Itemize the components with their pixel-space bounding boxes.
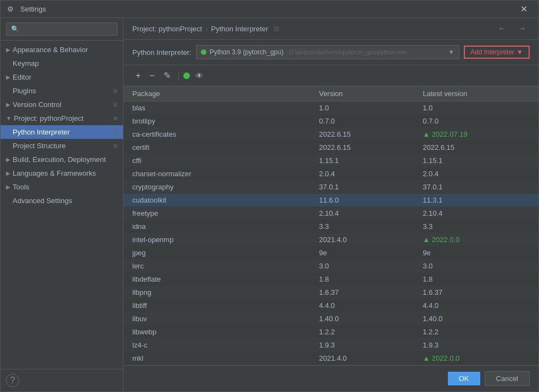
package-version: 1.6.37 — [310, 286, 414, 299]
page-icon: ⊞ — [113, 143, 117, 149]
edit-package-button[interactable]: ✎ — [160, 69, 174, 82]
table-row[interactable]: libtiff 4.4.0 4.4.0 — [123, 299, 538, 312]
sidebar-item-project-structure[interactable]: Project Structure ⊞ — [1, 139, 123, 153]
table-row[interactable]: libuv 1.40.0 1.40.0 — [123, 312, 538, 326]
filter-button[interactable]: 👁 — [192, 70, 206, 82]
interpreter-value: Python 3.9 (pytorch_gpu) D:\anaconda3\en… — [210, 48, 446, 56]
col-header-package: Package — [123, 86, 310, 102]
sidebar-item-label: Tools — [13, 183, 29, 191]
package-name: idna — [123, 220, 310, 233]
sidebar-item-label: Python Interpreter — [13, 128, 70, 136]
sidebar-item-label: Appearance & Behavior — [13, 46, 88, 54]
breadcrumb-project: Project: pythonProject — [132, 25, 202, 33]
package-version: 1.0 — [310, 102, 414, 115]
table-row[interactable]: certifi 2022.6.15 2022.6.15 — [123, 141, 538, 154]
table-row[interactable]: ca-certificates 2022.6.15 ▲ 2022.07.19 — [123, 128, 538, 141]
package-version: 2021.4.0 — [310, 233, 414, 247]
package-version: 4.4.0 — [310, 299, 414, 312]
package-name: libpng — [123, 286, 310, 299]
sidebar-item-editor[interactable]: ▶ Editor — [1, 70, 123, 84]
package-version: 11.6.0 — [310, 194, 414, 207]
sidebar-item-label: Languages & Frameworks — [13, 169, 96, 177]
green-dot-icon — [201, 49, 206, 55]
sidebar-item-advanced[interactable]: ▶ Advanced Settings — [1, 194, 123, 208]
sidebar-item-languages[interactable]: ▶ Languages & Frameworks — [1, 166, 123, 180]
page-icon: ⊞ — [113, 115, 117, 121]
cancel-button[interactable]: Cancel — [485, 371, 530, 386]
table-row[interactable]: libdeflate 1.8 1.8 — [123, 273, 538, 286]
package-name: intel-openmp — [123, 233, 310, 247]
package-latest: 1.2.2 — [414, 326, 538, 339]
right-panel: Project: pythonProject › Python Interpre… — [123, 18, 538, 391]
table-row[interactable]: libwebp 1.2.2 1.2.2 — [123, 326, 538, 339]
sidebar-item-version-control[interactable]: ▶ Version Control ⊞ — [1, 98, 123, 111]
table-row[interactable]: lz4-c 1.9.3 1.9.3 — [123, 339, 538, 352]
table-row[interactable]: cudatoolkit 11.6.0 11.3.1 — [123, 194, 538, 207]
page-icon: ⊞ — [113, 102, 117, 108]
arrow-icon: ▶ — [6, 74, 10, 80]
interpreter-label: Python Interpreter: — [132, 48, 192, 57]
package-version: 0.7.0 — [310, 115, 414, 128]
sidebar-item-python-interpreter[interactable]: Python Interpreter ⊞ — [1, 125, 123, 139]
table-row[interactable]: idna 3.3 3.3 — [123, 220, 538, 233]
table-row[interactable]: lerc 3.0 3.0 — [123, 260, 538, 273]
package-name: libdeflate — [123, 273, 310, 286]
breadcrumb-pin-icon: ⊟ — [274, 25, 279, 32]
add-interpreter-button[interactable]: Add Interpreter ▼ — [464, 46, 530, 59]
add-chevron-icon: ▼ — [516, 48, 523, 56]
forward-button[interactable]: → — [514, 23, 530, 35]
app-icon: ⚙ — [7, 5, 16, 14]
packages-toolbar: + − ✎ 👁 — [123, 65, 538, 86]
package-latest: 3.0 — [414, 260, 538, 273]
sidebar: ▶ Appearance & Behavior ▶ Keymap ▶ Edito… — [1, 18, 123, 391]
sidebar-item-project[interactable]: ▼ Project: pythonProject ⊞ — [1, 111, 123, 125]
package-version: 3.0 — [310, 260, 414, 273]
packages-list: Package Version Latest version blas 1.0 … — [123, 86, 538, 365]
package-name: jpeg — [123, 247, 310, 260]
table-row[interactable]: cryptography 37.0.1 37.0.1 — [123, 181, 538, 194]
package-latest: 1.6.37 — [414, 286, 538, 299]
add-package-button[interactable]: + — [132, 69, 144, 82]
packages-table: Package Version Latest version blas 1.0 … — [123, 86, 538, 365]
table-row[interactable]: brotlipy 0.7.0 0.7.0 — [123, 115, 538, 128]
table-row[interactable]: blas 1.0 1.0 — [123, 102, 538, 115]
close-button[interactable]: ✕ — [516, 2, 532, 16]
titlebar: ⚙ Settings ✕ — [1, 1, 538, 18]
sidebar-item-keymap[interactable]: ▶ Keymap — [1, 57, 123, 70]
package-latest: 2.0.4 — [414, 167, 538, 181]
sidebar-item-build[interactable]: ▶ Build, Execution, Deployment — [1, 153, 123, 166]
sidebar-item-appearance[interactable]: ▶ Appearance & Behavior — [1, 43, 123, 57]
window-title: Settings — [20, 5, 516, 13]
package-latest: 0.7.0 — [414, 115, 538, 128]
package-name: lz4-c — [123, 339, 310, 352]
interpreter-select[interactable]: Python 3.9 (pytorch_gpu) D:\anaconda3\en… — [196, 45, 459, 59]
ok-button[interactable]: OK — [448, 372, 480, 385]
arrow-icon: ▶ — [6, 184, 10, 190]
table-row[interactable]: charset-normalizer 2.0.4 2.0.4 — [123, 167, 538, 181]
table-row[interactable]: cffi 1.15.1 1.15.1 — [123, 154, 538, 167]
package-latest: 2022.6.15 — [414, 141, 538, 154]
table-row[interactable]: intel-openmp 2021.4.0 ▲ 2022.0.0 — [123, 233, 538, 247]
package-latest: 1.9.3 — [414, 339, 538, 352]
table-row[interactable]: freetype 2.10.4 2.10.4 — [123, 207, 538, 220]
package-version: 2.0.4 — [310, 167, 414, 181]
remove-package-button[interactable]: − — [146, 69, 158, 82]
table-row[interactable]: mkl 2021.4.0 ▲ 2022.0.0 — [123, 352, 538, 365]
add-interpreter-label: Add Interpreter — [470, 48, 514, 56]
back-button[interactable]: ← — [495, 23, 510, 35]
search-input[interactable] — [6, 23, 117, 36]
package-latest: 1.8 — [414, 273, 538, 286]
package-latest: 9e — [414, 247, 538, 260]
sidebar-item-tools[interactable]: ▶ Tools — [1, 180, 123, 194]
package-latest: 1.0 — [414, 102, 538, 115]
table-row[interactable]: libpng 1.6.37 1.6.37 — [123, 286, 538, 299]
page-icon: ⊞ — [113, 88, 117, 94]
package-version: 2022.6.15 — [310, 141, 414, 154]
package-version: 1.15.1 — [310, 154, 414, 167]
package-latest: 3.3 — [414, 220, 538, 233]
table-row[interactable]: jpeg 9e 9e — [123, 247, 538, 260]
chevron-down-icon: ▼ — [448, 48, 454, 56]
breadcrumb-current: Python Interpreter — [211, 25, 268, 33]
help-button[interactable]: ? — [6, 374, 19, 387]
sidebar-item-plugins[interactable]: ▶ Plugins ⊞ — [1, 84, 123, 98]
